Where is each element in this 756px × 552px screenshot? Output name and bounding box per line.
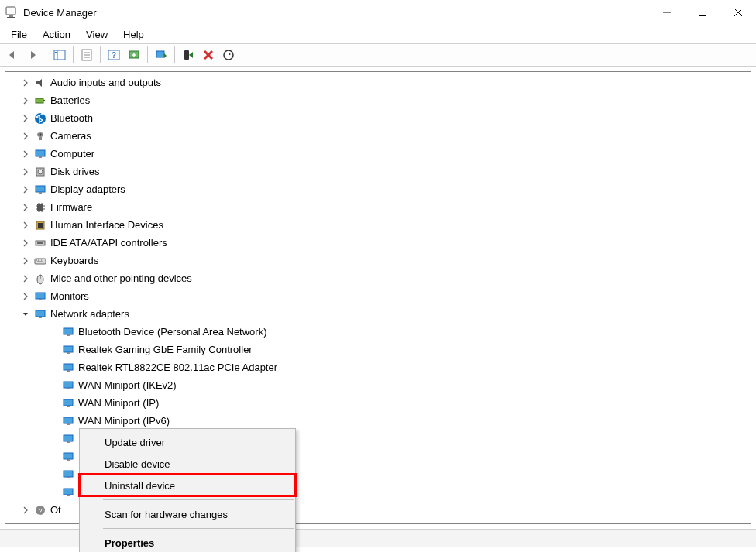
tree-node[interactable]: Display adapters [5, 180, 751, 198]
svg-rect-0 [6, 7, 15, 15]
monitor-icon [33, 183, 47, 197]
net-icon [61, 432, 75, 446]
chevron-right-icon[interactable] [19, 273, 32, 285]
chip-icon [33, 201, 47, 214]
tree-node[interactable]: Firmware [5, 198, 751, 216]
tree-node[interactable]: Audio inputs and outputs [5, 74, 751, 91]
tree-node[interactable]: Bluetooth [5, 109, 751, 127]
ide-icon [33, 236, 47, 250]
context-properties[interactable]: Properties [81, 532, 294, 552]
tree-node[interactable]: Monitors [5, 287, 751, 305]
context-disable-device[interactable]: Disable device [81, 453, 294, 475]
disk-icon [33, 165, 47, 179]
tree-node-label: Network adapters [50, 308, 129, 320]
maximize-button[interactable] [685, 0, 720, 25]
chevron-right-icon[interactable] [19, 290, 32, 303]
forward-button[interactable] [23, 46, 42, 64]
keyboard-icon [33, 254, 47, 268]
tree-node-label: Firmware [50, 201, 92, 213]
tree-node-label: Keyboards [50, 255, 98, 266]
context-update-driver[interactable]: Update driver [81, 431, 294, 453]
tree-node-label: Audio inputs and outputs [50, 77, 161, 88]
svg-text:?: ? [38, 507, 42, 515]
tree-node[interactable]: Human Interface Devices [5, 216, 751, 234]
tree-node-label: Computer [50, 148, 94, 159]
menu-view[interactable]: View [80, 27, 114, 42]
tree-node[interactable]: IDE ATA/ATAPI controllers [5, 234, 751, 252]
toolbar: ? [0, 43, 756, 67]
context-uninstall-device[interactable]: Uninstall device [81, 475, 294, 496]
tree-node[interactable]: Computer [5, 145, 751, 163]
tree-node[interactable]: Bluetooth Device (Personal Area Network) [5, 323, 751, 341]
app-icon [5, 6, 17, 19]
svg-rect-36 [37, 242, 43, 244]
tree-node-label: Disk drives [50, 166, 100, 177]
back-button[interactable] [3, 46, 22, 64]
tree-node[interactable]: Keyboards [5, 252, 751, 269]
uninstall-device-button[interactable] [199, 46, 218, 64]
chevron-right-icon[interactable] [19, 219, 32, 231]
svg-rect-44 [64, 328, 73, 334]
enable-device-button[interactable] [179, 46, 198, 64]
tree-node[interactable]: WAN Miniport (IP) [5, 394, 751, 412]
properties-button[interactable] [77, 46, 96, 64]
net-icon [61, 343, 75, 357]
chevron-right-icon[interactable] [19, 504, 32, 516]
show-hide-console-tree-button[interactable] [50, 46, 69, 64]
svg-rect-26 [36, 150, 45, 156]
tree-node-label: Monitors [50, 290, 89, 302]
svg-rect-42 [36, 310, 45, 317]
menu-action[interactable]: Action [36, 27, 77, 42]
svg-rect-48 [64, 399, 73, 406]
tree-node-label: WAN Miniport (IP) [78, 397, 159, 409]
context-scan-hardware[interactable]: Scan for hardware changes [81, 503, 294, 525]
net-icon [61, 396, 75, 410]
tree-node[interactable]: Batteries [5, 91, 751, 109]
update-driver-button[interactable] [152, 46, 170, 64]
menu-file[interactable]: File [5, 27, 33, 42]
chevron-right-icon[interactable] [19, 201, 32, 214]
svg-rect-30 [36, 186, 45, 192]
tree-node[interactable]: WAN Miniport (IKEv2) [5, 376, 751, 394]
menu-help[interactable]: Help [117, 27, 150, 42]
tree-node[interactable]: Realtek Gaming GbE Family Controller [5, 341, 751, 358]
chevron-right-icon[interactable] [19, 130, 32, 142]
minimize-button[interactable] [649, 0, 685, 25]
context-separator [103, 499, 294, 500]
hid-icon [33, 218, 47, 232]
scan-hardware-button[interactable] [125, 46, 143, 64]
tree-node[interactable]: Network adapters [5, 305, 751, 323]
help-button[interactable]: ? [105, 46, 123, 64]
tree-node-label: WAN Miniport (IPv6) [78, 415, 170, 427]
tree-node[interactable]: Realtek RTL8822CE 802.11ac PCIe Adapter [5, 358, 751, 376]
chevron-right-icon[interactable] [19, 148, 32, 160]
close-button[interactable] [720, 0, 756, 25]
chevron-right-icon[interactable] [19, 255, 32, 267]
chevron-right-icon[interactable] [19, 166, 32, 178]
chevron-right-icon[interactable] [19, 77, 32, 89]
tree-node[interactable]: Mice and other pointing devices [5, 269, 751, 287]
chevron-right-icon[interactable] [19, 112, 32, 125]
chevron-right-icon[interactable] [19, 183, 32, 196]
monitor-icon [33, 147, 47, 161]
svg-point-29 [38, 170, 43, 174]
audio-icon [33, 76, 47, 90]
disable-device-button[interactable] [219, 46, 238, 64]
tree-node[interactable]: Cameras [5, 127, 751, 145]
svg-rect-7 [54, 50, 65, 60]
tree-node[interactable]: WAN Miniport (IPv6) [5, 412, 751, 430]
menubar: File Action View Help [0, 25, 756, 43]
tree-node[interactable]: Disk drives [5, 163, 751, 180]
svg-rect-21 [43, 100, 45, 101]
chevron-right-icon[interactable] [19, 94, 32, 107]
svg-rect-1 [9, 15, 13, 17]
tree-node-label: WAN Miniport (IKEv2) [78, 379, 177, 391]
chevron-down-icon[interactable] [19, 308, 32, 321]
svg-rect-34 [38, 223, 43, 228]
svg-rect-17 [156, 51, 164, 57]
chevron-right-icon[interactable] [19, 237, 32, 249]
tree-node-label: Mice and other pointing devices [50, 273, 192, 284]
svg-rect-53 [64, 489, 73, 495]
svg-rect-43 [39, 317, 42, 318]
net-icon [61, 485, 75, 499]
